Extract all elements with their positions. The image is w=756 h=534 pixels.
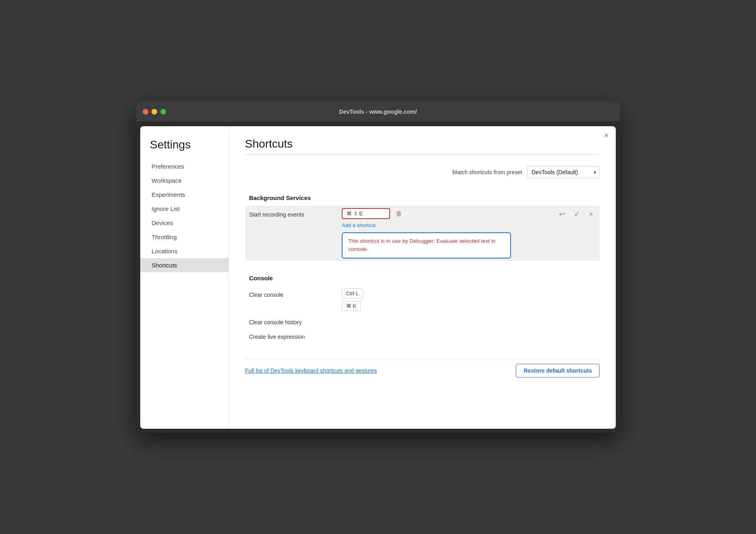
keys-column-start-recording: ⌘ ⇧ E 🗑 Add a shortcut This shortcut is … <box>342 208 552 259</box>
key-badge-cmd-k: ⌘ K <box>342 301 361 311</box>
preset-select-wrapper[interactable]: DevTools (Default) Visual Studio Code <box>527 166 600 178</box>
shortcut-entry-live-expression: Create live expression <box>245 328 600 342</box>
shortcut-entry-clear-history: Clear console history <box>245 313 600 328</box>
sidebar-item-shortcuts[interactable]: Shortcuts <box>140 258 228 272</box>
trash-icon: 🗑 <box>396 210 402 217</box>
shortcut-entry-clear-console: Clear console Ctrl L ⌘ K <box>245 286 600 313</box>
shortcut-name-live-expression: Create live expression <box>249 330 342 340</box>
action-buttons: ↩ ✓ × <box>557 208 596 220</box>
sidebar-item-locations[interactable]: Locations <box>140 244 228 258</box>
conflict-message: This shortcut is in use by Debugger: Eva… <box>348 238 495 252</box>
confirm-button[interactable]: ✓ <box>571 208 582 220</box>
preset-row: Match shortcuts from preset DevTools (De… <box>245 166 600 178</box>
main-content: Shortcuts Match shortcuts from preset De… <box>229 126 616 429</box>
sidebar-item-ignore-list[interactable]: Ignore List <box>140 202 228 216</box>
section-console: Console Clear console Ctrl L ⌘ K <box>245 271 600 342</box>
devtools-window: DevTools - www.google.com/ × Settings Pr… <box>136 101 620 433</box>
title-divider <box>245 154 600 155</box>
settings-close-button[interactable]: × <box>604 132 609 139</box>
window-title: DevTools - www.google.com/ <box>339 108 417 115</box>
sidebar-item-preferences[interactable]: Preferences <box>140 159 228 173</box>
titlebar: DevTools - www.google.com/ <box>136 101 620 122</box>
traffic-lights <box>143 109 166 115</box>
minimize-traffic-light[interactable] <box>152 109 157 115</box>
section-background-services: Background Services Start recording even… <box>245 190 600 261</box>
undo-button[interactable]: ↩ <box>557 208 567 220</box>
close-traffic-light[interactable] <box>143 109 148 115</box>
page-title: Shortcuts <box>245 138 600 150</box>
sidebar: Settings Preferences Workspace Experimen… <box>140 126 229 429</box>
add-shortcut-link[interactable]: Add a shortcut <box>342 222 552 228</box>
section-header-console: Console <box>245 271 600 286</box>
maximize-traffic-light[interactable] <box>160 109 166 115</box>
preset-select[interactable]: DevTools (Default) Visual Studio Code <box>527 166 600 178</box>
cancel-edit-button[interactable]: × <box>586 209 596 220</box>
conflict-tooltip: This shortcut is in use by Debugger: Eva… <box>342 232 511 259</box>
shortcut-name-clear-console: Clear console <box>249 288 342 298</box>
keys-column-clear-console: Ctrl L ⌘ K <box>342 288 596 311</box>
restore-defaults-button[interactable]: Restore default shortcuts <box>516 364 600 378</box>
key-row-ctrl-l: Ctrl L <box>342 288 596 298</box>
sidebar-item-workspace[interactable]: Workspace <box>140 173 228 188</box>
footer: Full list of DevTools keyboard shortcuts… <box>245 359 600 378</box>
preset-label: Match shortcuts from preset <box>452 169 522 175</box>
shortcut-name-clear-history: Clear console history <box>249 316 342 325</box>
shortcut-key-input-active[interactable]: ⌘ ⇧ E <box>342 208 390 219</box>
section-title-console: Console <box>249 275 273 282</box>
keyboard-shortcuts-link[interactable]: Full list of DevTools keyboard shortcuts… <box>245 367 377 374</box>
shortcut-entry-start-recording: Start recording events ⌘ ⇧ E 🗑 Add a sho… <box>245 206 600 261</box>
section-title-background-services: Background Services <box>249 194 311 201</box>
delete-shortcut-button[interactable]: 🗑 <box>394 209 404 219</box>
key-row-cmd-k: ⌘ K <box>342 301 596 311</box>
key-badge-ctrl-l: Ctrl L <box>342 288 363 298</box>
sidebar-item-experiments[interactable]: Experiments <box>140 188 228 202</box>
sidebar-heading: Settings <box>140 138 228 159</box>
sidebar-item-devices[interactable]: Devices <box>140 216 228 230</box>
window-content: × Settings Preferences Workspace Experim… <box>140 126 616 429</box>
shortcut-name-start-recording: Start recording events <box>249 208 342 218</box>
section-header-background-services: Background Services <box>245 190 600 206</box>
sidebar-item-throttling[interactable]: Throttling <box>140 230 228 244</box>
key-input-row-active: ⌘ ⇧ E 🗑 <box>342 208 552 219</box>
